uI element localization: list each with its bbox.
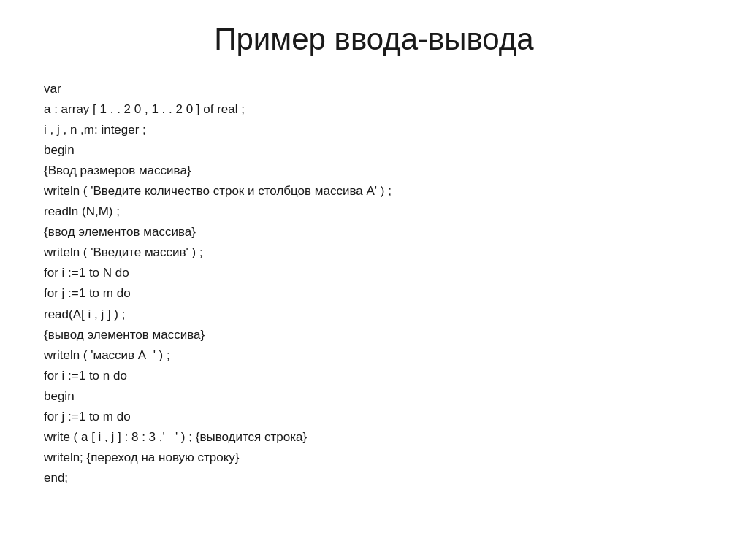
code-line: writeln ( 'Введите массив' ) ; (44, 242, 392, 263)
code-line: end; (44, 468, 392, 488)
code-line: for j :=1 to m do (44, 407, 392, 427)
code-line: for j :=1 to m do (44, 283, 392, 304)
code-line: read(A[ i , j ] ) ; (44, 304, 392, 325)
code-line: writeln; {переход на новую строку} (44, 448, 392, 468)
page-container: Пример ввода-вывода vara : array [ 1 . .… (0, 0, 748, 560)
code-line: for i :=1 to n do (44, 366, 392, 386)
code-line: for i :=1 to N do (44, 263, 392, 283)
code-line: writeln ( 'массив А ' ) ; (44, 345, 392, 366)
code-line: {ввод элементов массива} (44, 222, 392, 242)
code-line: {Ввод размеров массива} (44, 161, 392, 181)
code-line: i , j , n ,m: integer ; (44, 120, 392, 140)
code-line: readln (N,M) ; (44, 202, 392, 222)
code-line: a : array [ 1 . . 2 0 , 1 . . 2 0 ] of r… (44, 99, 392, 120)
code-line: begin (44, 140, 392, 161)
page-title: Пример ввода-вывода (44, 22, 704, 57)
code-line: var (44, 79, 392, 99)
code-block: vara : array [ 1 . . 2 0 , 1 . . 2 0 ] o… (44, 79, 392, 488)
code-line: writeln ( 'Введите количество строк и ст… (44, 181, 392, 202)
code-line: begin (44, 386, 392, 407)
code-line: write ( a [ i , j ] : 8 : 3 ,' ' ) ; {вы… (44, 427, 392, 448)
code-line: {вывод элементов массива} (44, 325, 392, 345)
